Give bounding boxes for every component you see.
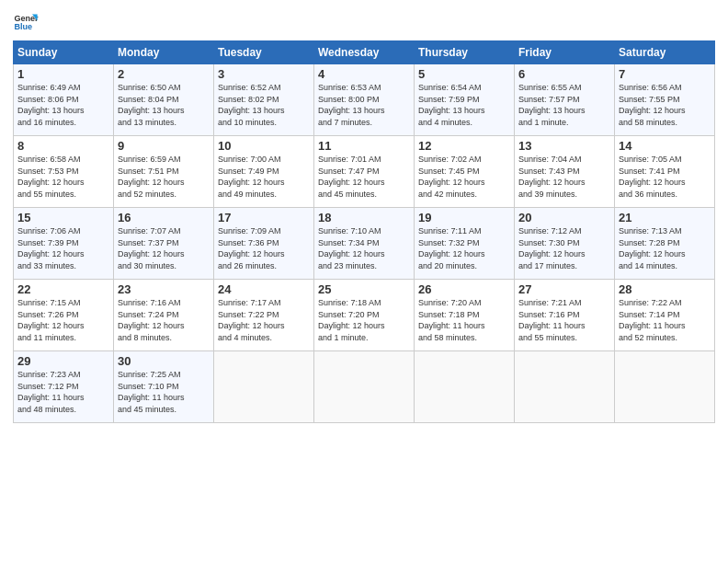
day-cell-14: 14Sunrise: 7:05 AM Sunset: 7:41 PM Dayli… — [615, 136, 715, 208]
day-cell-20: 20Sunrise: 7:12 AM Sunset: 7:30 PM Dayli… — [515, 208, 615, 280]
day-cell-3: 3Sunrise: 6:52 AM Sunset: 8:02 PM Daylig… — [214, 64, 314, 136]
day-content: Sunrise: 7:16 AM Sunset: 7:24 PM Dayligh… — [118, 297, 210, 343]
logo: General Blue — [13, 9, 42, 35]
day-number: 25 — [318, 282, 410, 296]
day-number: 22 — [17, 282, 109, 296]
day-number: 7 — [619, 67, 711, 81]
day-content: Sunrise: 6:56 AM Sunset: 7:55 PM Dayligh… — [619, 82, 711, 128]
day-number: 12 — [418, 139, 510, 153]
day-number: 24 — [218, 282, 310, 296]
day-cell-empty — [214, 351, 314, 423]
day-number: 19 — [418, 211, 510, 224]
day-cell-11: 11Sunrise: 7:01 AM Sunset: 7:47 PM Dayli… — [314, 136, 415, 208]
day-cell-1: 1Sunrise: 6:49 AM Sunset: 8:06 PM Daylig… — [14, 64, 114, 136]
week-row-0: 1Sunrise: 6:49 AM Sunset: 8:06 PM Daylig… — [14, 64, 715, 136]
day-cell-6: 6Sunrise: 6:55 AM Sunset: 7:57 PM Daylig… — [515, 64, 615, 136]
day-cell-24: 24Sunrise: 7:17 AM Sunset: 7:22 PM Dayli… — [214, 280, 314, 351]
day-cell-empty — [415, 351, 515, 423]
day-number: 16 — [118, 211, 210, 224]
day-cell-18: 18Sunrise: 7:10 AM Sunset: 7:34 PM Dayli… — [314, 208, 415, 280]
col-header-sunday: Sunday — [14, 41, 114, 64]
col-header-friday: Friday — [515, 41, 615, 64]
page: General Blue SundayMondayTuesdayWednesda… — [0, 0, 728, 432]
day-content: Sunrise: 7:00 AM Sunset: 7:49 PM Dayligh… — [218, 154, 310, 200]
day-cell-25: 25Sunrise: 7:18 AM Sunset: 7:20 PM Dayli… — [314, 280, 415, 351]
day-content: Sunrise: 7:22 AM Sunset: 7:14 PM Dayligh… — [619, 297, 711, 343]
day-number: 21 — [619, 211, 711, 224]
day-content: Sunrise: 6:53 AM Sunset: 8:00 PM Dayligh… — [318, 82, 410, 128]
col-header-monday: Monday — [114, 41, 214, 64]
day-content: Sunrise: 6:49 AM Sunset: 8:06 PM Dayligh… — [17, 82, 109, 128]
day-number: 23 — [118, 282, 210, 296]
header: General Blue — [13, 9, 715, 35]
day-cell-29: 29Sunrise: 7:23 AM Sunset: 7:12 PM Dayli… — [14, 351, 114, 423]
day-cell-5: 5Sunrise: 6:54 AM Sunset: 7:59 PM Daylig… — [415, 64, 515, 136]
col-header-wednesday: Wednesday — [314, 41, 415, 64]
day-cell-15: 15Sunrise: 7:06 AM Sunset: 7:39 PM Dayli… — [14, 208, 114, 280]
day-cell-9: 9Sunrise: 6:59 AM Sunset: 7:51 PM Daylig… — [114, 136, 214, 208]
day-cell-empty — [515, 351, 615, 423]
day-number: 27 — [518, 282, 610, 296]
day-content: Sunrise: 6:59 AM Sunset: 7:51 PM Dayligh… — [118, 154, 210, 200]
day-content: Sunrise: 7:15 AM Sunset: 7:26 PM Dayligh… — [17, 297, 109, 343]
day-cell-16: 16Sunrise: 7:07 AM Sunset: 7:37 PM Dayli… — [114, 208, 214, 280]
day-number: 10 — [218, 139, 310, 153]
day-cell-22: 22Sunrise: 7:15 AM Sunset: 7:26 PM Dayli… — [14, 280, 114, 351]
col-header-saturday: Saturday — [615, 41, 715, 64]
day-cell-13: 13Sunrise: 7:04 AM Sunset: 7:43 PM Dayli… — [515, 136, 615, 208]
day-content: Sunrise: 7:21 AM Sunset: 7:16 PM Dayligh… — [518, 297, 610, 343]
day-number: 9 — [118, 139, 210, 153]
day-content: Sunrise: 7:23 AM Sunset: 7:12 PM Dayligh… — [17, 369, 109, 415]
calendar-table: SundayMondayTuesdayWednesdayThursdayFrid… — [13, 40, 715, 423]
day-number: 5 — [418, 67, 510, 81]
day-cell-empty — [314, 351, 415, 423]
day-cell-17: 17Sunrise: 7:09 AM Sunset: 7:36 PM Dayli… — [214, 208, 314, 280]
day-content: Sunrise: 7:04 AM Sunset: 7:43 PM Dayligh… — [518, 154, 610, 200]
day-content: Sunrise: 6:54 AM Sunset: 7:59 PM Dayligh… — [418, 82, 510, 128]
week-row-4: 29Sunrise: 7:23 AM Sunset: 7:12 PM Dayli… — [14, 351, 715, 423]
day-content: Sunrise: 7:07 AM Sunset: 7:37 PM Dayligh… — [118, 225, 210, 271]
day-number: 28 — [619, 282, 711, 296]
day-number: 18 — [318, 211, 410, 224]
day-content: Sunrise: 7:11 AM Sunset: 7:32 PM Dayligh… — [418, 225, 510, 271]
day-number: 26 — [418, 282, 510, 296]
day-content: Sunrise: 7:18 AM Sunset: 7:20 PM Dayligh… — [318, 297, 410, 343]
day-number: 3 — [218, 67, 310, 81]
week-row-3: 22Sunrise: 7:15 AM Sunset: 7:26 PM Dayli… — [14, 280, 715, 351]
day-content: Sunrise: 7:02 AM Sunset: 7:45 PM Dayligh… — [418, 154, 510, 200]
day-content: Sunrise: 7:25 AM Sunset: 7:10 PM Dayligh… — [118, 369, 210, 415]
day-cell-7: 7Sunrise: 6:56 AM Sunset: 7:55 PM Daylig… — [615, 64, 715, 136]
day-content: Sunrise: 7:13 AM Sunset: 7:28 PM Dayligh… — [619, 225, 711, 271]
day-number: 13 — [518, 139, 610, 153]
day-cell-2: 2Sunrise: 6:50 AM Sunset: 8:04 PM Daylig… — [114, 64, 214, 136]
day-cell-19: 19Sunrise: 7:11 AM Sunset: 7:32 PM Dayli… — [415, 208, 515, 280]
day-content: Sunrise: 7:05 AM Sunset: 7:41 PM Dayligh… — [619, 154, 711, 200]
day-cell-8: 8Sunrise: 6:58 AM Sunset: 7:53 PM Daylig… — [14, 136, 114, 208]
day-content: Sunrise: 6:55 AM Sunset: 7:57 PM Dayligh… — [518, 82, 610, 128]
col-header-thursday: Thursday — [415, 41, 515, 64]
day-number: 11 — [318, 139, 410, 153]
week-row-1: 8Sunrise: 6:58 AM Sunset: 7:53 PM Daylig… — [14, 136, 715, 208]
header-row: SundayMondayTuesdayWednesdayThursdayFrid… — [14, 41, 715, 64]
logo-icon: General Blue — [13, 9, 39, 35]
day-cell-10: 10Sunrise: 7:00 AM Sunset: 7:49 PM Dayli… — [214, 136, 314, 208]
day-content: Sunrise: 7:12 AM Sunset: 7:30 PM Dayligh… — [518, 225, 610, 271]
day-number: 15 — [17, 211, 109, 224]
day-content: Sunrise: 7:17 AM Sunset: 7:22 PM Dayligh… — [218, 297, 310, 343]
day-content: Sunrise: 7:10 AM Sunset: 7:34 PM Dayligh… — [318, 225, 410, 271]
day-cell-26: 26Sunrise: 7:20 AM Sunset: 7:18 PM Dayli… — [415, 280, 515, 351]
col-header-tuesday: Tuesday — [214, 41, 314, 64]
svg-text:Blue: Blue — [14, 22, 32, 31]
day-cell-4: 4Sunrise: 6:53 AM Sunset: 8:00 PM Daylig… — [314, 64, 415, 136]
day-content: Sunrise: 7:06 AM Sunset: 7:39 PM Dayligh… — [17, 225, 109, 271]
day-content: Sunrise: 6:52 AM Sunset: 8:02 PM Dayligh… — [218, 82, 310, 128]
day-content: Sunrise: 6:58 AM Sunset: 7:53 PM Dayligh… — [17, 154, 109, 200]
day-number: 30 — [118, 354, 210, 368]
day-cell-28: 28Sunrise: 7:22 AM Sunset: 7:14 PM Dayli… — [615, 280, 715, 351]
day-cell-empty — [615, 351, 715, 423]
day-number: 1 — [17, 67, 109, 81]
day-cell-21: 21Sunrise: 7:13 AM Sunset: 7:28 PM Dayli… — [615, 208, 715, 280]
day-content: Sunrise: 7:20 AM Sunset: 7:18 PM Dayligh… — [418, 297, 510, 343]
day-number: 14 — [619, 139, 711, 153]
day-number: 8 — [17, 139, 109, 153]
